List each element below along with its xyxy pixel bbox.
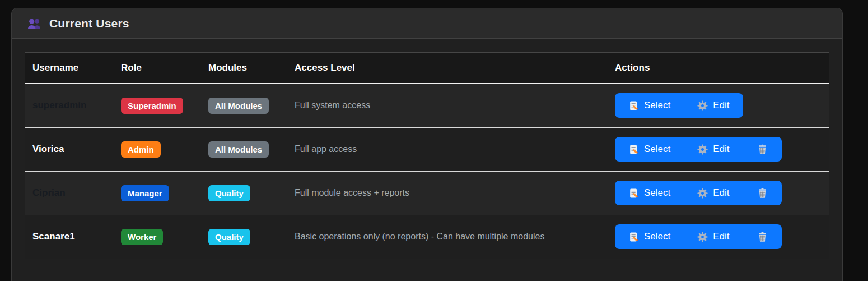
table-row: Viorica Admin All Modules Full app acces…: [25, 127, 829, 171]
gear-icon: [697, 100, 708, 111]
table-row: Scanare1 Worker Quality Basic operations…: [25, 215, 829, 259]
users-table: Username Role Modules Access Level Actio…: [25, 52, 829, 259]
edit-button[interactable]: Edit: [684, 181, 743, 205]
users-icon: [27, 17, 42, 30]
role-badge: Admin: [121, 141, 161, 158]
username-text: Ciprian: [32, 187, 66, 198]
table-row: Ciprian Manager Quality Full module acce…: [25, 171, 829, 215]
select-button[interactable]: Select: [615, 137, 684, 162]
page-title: Current Users: [49, 17, 129, 30]
delete-button[interactable]: [743, 224, 782, 249]
actions-button-group: Select Edit: [615, 181, 782, 205]
edit-button-label: Edit: [713, 100, 729, 111]
role-badge: Worker: [121, 229, 163, 245]
edit-button-label: Edit: [713, 144, 729, 155]
role-badge: Superadmin: [121, 98, 183, 114]
module-badge: Quality: [208, 229, 250, 245]
actions-button-group: Select Edit: [615, 224, 782, 249]
edit-button-label: Edit: [713, 231, 729, 242]
trash-icon: [757, 144, 768, 155]
table-row: superadmin Superadmin All Modules Full s…: [25, 84, 829, 127]
username-text: Scanare1: [32, 231, 75, 242]
username-text: Viorica: [32, 144, 64, 154]
select-button-label: Select: [644, 231, 670, 242]
role-badge: Manager: [121, 185, 169, 201]
gear-icon: [697, 188, 708, 199]
edit-button[interactable]: Edit: [684, 224, 743, 249]
col-header-role: Role: [114, 53, 201, 84]
delete-button[interactable]: [743, 137, 782, 162]
table-header-row: Username Role Modules Access Level Actio…: [25, 53, 829, 84]
select-button[interactable]: Select: [615, 181, 684, 205]
gear-icon: [697, 144, 708, 155]
select-button-label: Select: [644, 144, 670, 155]
edit-button-label: Edit: [713, 187, 729, 199]
select-button[interactable]: Select: [615, 224, 684, 249]
memo-icon: [628, 144, 639, 155]
memo-icon: [628, 232, 639, 242]
select-button-label: Select: [644, 100, 670, 111]
col-header-username: Username: [25, 53, 114, 84]
module-badge: All Modules: [208, 98, 269, 114]
select-button[interactable]: Select: [615, 93, 684, 118]
access-level-text: Full system access: [295, 100, 370, 110]
access-level-text: Full module access + reports: [295, 188, 409, 197]
col-header-modules: Modules: [201, 53, 287, 84]
trash-icon: [757, 188, 768, 199]
panel-body: Username Role Modules Access Level Actio…: [12, 39, 842, 259]
username-text: superadmin: [32, 100, 86, 110]
module-badge: All Modules: [208, 141, 269, 158]
select-button-label: Select: [644, 187, 670, 199]
trash-icon: [757, 232, 768, 242]
actions-button-group: Select Edit: [615, 137, 782, 162]
access-level-text: Full app access: [295, 144, 357, 154]
access-level-text: Basic operations only (no reports) - Can…: [295, 232, 544, 241]
gear-icon: [697, 232, 708, 242]
edit-button[interactable]: Edit: [684, 137, 743, 162]
panel-header: Current Users: [12, 8, 842, 39]
memo-icon: [628, 188, 639, 199]
col-header-access-level: Access Level: [287, 53, 608, 84]
edit-button[interactable]: Edit: [684, 93, 743, 118]
current-users-panel: Current Users Username Role Modules Acce…: [11, 8, 843, 281]
memo-icon: [628, 100, 639, 111]
delete-button[interactable]: [743, 181, 782, 205]
actions-button-group: Select Edit: [615, 93, 743, 118]
module-badge: Quality: [208, 185, 250, 201]
col-header-actions: Actions: [608, 53, 829, 84]
